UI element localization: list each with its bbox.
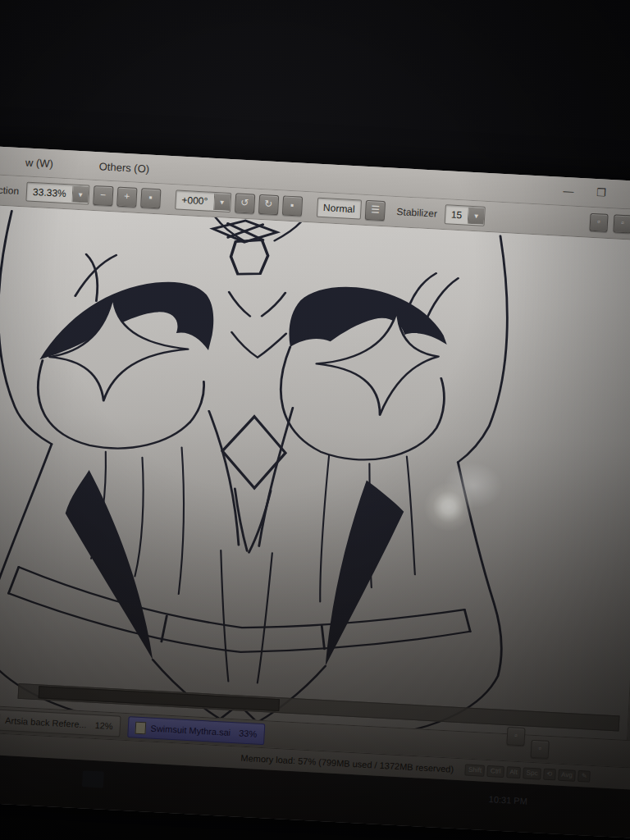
rotate-ccw-button[interactable]: ↺ — [235, 193, 255, 213]
lineart-drawing — [0, 203, 630, 740]
taskbar-app-icon[interactable] — [82, 770, 104, 788]
tab-title: Artsia back Refere... — [5, 715, 87, 729]
canvas-corner-button[interactable]: ▫ — [589, 213, 608, 232]
chevron-down-icon[interactable]: ▼ — [213, 194, 231, 211]
rotate-indicator-icon: ⟲ — [543, 769, 555, 781]
document-icon — [135, 721, 146, 734]
rotation-value: +000° — [176, 194, 214, 207]
tab-swimsuit-mythra[interactable]: Swimsuit Mythra.sai 33% — [127, 716, 265, 745]
maximize-button[interactable]: ❐ — [591, 185, 610, 201]
rotate-cw-button[interactable]: ↻ — [258, 194, 279, 215]
blend-mode-select[interactable]: Normal — [316, 198, 362, 220]
window-controls: — ❐ ✕ — [559, 184, 630, 205]
zoom-value: 33.33% — [27, 186, 72, 200]
menu-others[interactable]: Others (O) — [94, 158, 154, 176]
chevron-down-icon[interactable]: ▼ — [468, 208, 485, 225]
shift-indicator: Shift — [465, 764, 486, 776]
drawing-canvas[interactable] — [0, 203, 630, 740]
tab-zoom-level: 12% — [94, 720, 113, 731]
zoom-out-button[interactable]: − — [93, 185, 113, 206]
scrollbar-corner-buttons: ▫ ▫ — [506, 727, 550, 759]
taskbar-clock: 10:31 PM — [488, 794, 527, 806]
sai-application-window: w (W) Others (O) — ❐ ✕ ection 33.33% ▼ −… — [0, 144, 630, 838]
zoom-value-field[interactable]: 33.33% ▼ — [25, 182, 89, 205]
space-indicator: Spc — [523, 767, 541, 779]
menu-window[interactable]: w (W) — [20, 154, 58, 171]
rotation-value-field[interactable]: +000° ▼ — [175, 189, 231, 212]
tab-artsia-back-reference[interactable]: Artsia back Refere... 12% — [0, 709, 121, 737]
selection-label-truncated: ection — [0, 184, 19, 197]
tab-title: Swimsuit Mythra.sai — [150, 724, 231, 737]
zoom-reset-button[interactable]: ▪ — [140, 188, 161, 208]
stabilizer-label: Stabilizer — [396, 206, 437, 220]
pen-indicator-icon: ✎ — [578, 770, 590, 783]
canvas-row: ▫ ▫ — [0, 203, 630, 742]
blend-options-button[interactable]: ☰ — [365, 200, 386, 221]
chevron-down-icon[interactable]: ▼ — [71, 186, 89, 203]
blend-mode-value: Normal — [317, 202, 361, 216]
stabilizer-value: 15 — [445, 208, 468, 221]
zoom-in-button[interactable]: + — [116, 187, 137, 208]
tab-zoom-level: 33% — [239, 728, 258, 739]
toolbar-right-buttons: ▫ ▫ — [589, 213, 630, 236]
canvas-corner-button[interactable]: ▫ — [506, 727, 525, 746]
stabilizer-value-field[interactable]: 15 ▼ — [444, 204, 486, 226]
ctrl-indicator: Ctrl — [487, 765, 504, 778]
photo-of-monitor: w (W) Others (O) — ❐ ✕ ection 33.33% ▼ −… — [0, 0, 630, 840]
document-icon — [0, 714, 1, 727]
canvas-corner-button[interactable]: ▫ — [531, 740, 550, 759]
alt-indicator: Alt — [506, 766, 521, 778]
minimize-button[interactable]: — — [559, 184, 578, 199]
close-button[interactable]: ✕ — [624, 187, 630, 203]
rotation-reset-button[interactable]: ▪ — [281, 195, 302, 216]
canvas-corner-button[interactable]: ▫ — [613, 214, 630, 233]
avg-indicator: Avg — [558, 769, 576, 782]
